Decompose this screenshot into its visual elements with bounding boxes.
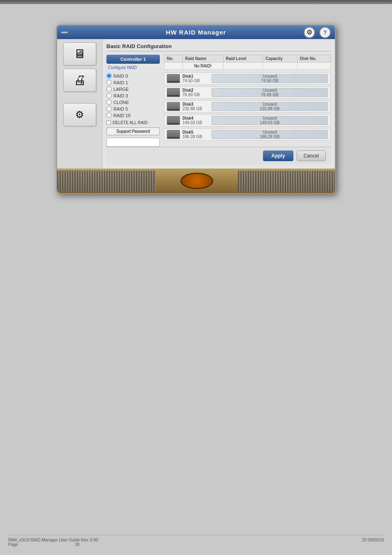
- left-config: Controller 1 Configure RAID RAID 0 RAID …: [106, 55, 160, 147]
- sidebar-icon-1[interactable]: 🖥: [63, 42, 96, 65]
- disk-3-name: Disk3: [182, 102, 209, 106]
- radio-raid10[interactable]: [106, 113, 112, 118]
- help-button[interactable]: ?: [319, 27, 331, 38]
- vent-left: [57, 171, 156, 191]
- disk-icon-2: [167, 88, 180, 97]
- disk-5-name: Disk5: [182, 130, 209, 134]
- footer-right: 20 09/03/19: [362, 538, 384, 547]
- disk-5-unused: 186.28 GB: [260, 134, 280, 139]
- disk-4-bar: Unused 149.03 GB: [212, 116, 328, 125]
- disk-4-status: Unused: [260, 116, 280, 120]
- disk-1-bar: Unused 74.50 GB: [212, 74, 328, 83]
- minimize-icon: [61, 32, 68, 33]
- dialog-footer: Apply Cancel: [106, 147, 331, 164]
- footer-line1: RM4_eSU3 RAID Manager User Guide Rev. 0.…: [8, 538, 98, 542]
- disk-5-bar: Unused 186.28 GB: [212, 130, 328, 139]
- radio-raid1[interactable]: [106, 80, 112, 85]
- disk-5-size: 186.28 GB: [182, 134, 209, 139]
- sidebar-icon-2[interactable]: 🖨: [63, 69, 96, 92]
- top-bar: [0, 0, 392, 4]
- controller-button[interactable]: Controller 1: [106, 55, 160, 64]
- disk-1-info: Disk1 74.50 GB: [182, 74, 209, 83]
- dialog-window: HW RAID Manager ⚙ ? Basic Mode Advanced …: [56, 25, 336, 194]
- raid-table: No. Raid Name Raid Level Capacity Disk N…: [164, 55, 331, 70]
- password-input[interactable]: [106, 138, 160, 147]
- col-no: No.: [164, 55, 183, 62]
- hdd-icon-1: 🖥: [74, 47, 86, 61]
- disk-2-size: 76.69 GB: [182, 92, 209, 97]
- page-footer: RM4_eSU3 RAID Manager User Guide Rev. 0.…: [8, 535, 384, 547]
- main-content: Basic Mode Advanced Mode 🖥 🖨 ⚙ Basic RAI…: [57, 39, 335, 169]
- disk-4-info: Disk4 149.03 GB: [182, 116, 209, 125]
- radio-raid5[interactable]: [106, 106, 112, 111]
- no-raid-diskno: [297, 62, 330, 70]
- disk-3-bar: Unused 232.88 GB: [212, 102, 328, 111]
- raid-option-clone[interactable]: CLONE: [106, 99, 160, 105]
- support-password-button[interactable]: Support Password: [106, 127, 160, 135]
- raid-option-large[interactable]: LARGE: [106, 86, 160, 92]
- disk-1-unused: 74.50 GB: [261, 79, 278, 83]
- footer-line2: Page 18: [8, 542, 98, 547]
- raid5-label: RAID 5: [113, 106, 128, 111]
- title-bar-controls: ⚙ ?: [302, 27, 331, 38]
- disk-3-size: 232.88 GB: [182, 106, 209, 111]
- radio-raid3[interactable]: [106, 93, 112, 98]
- vent-center: [180, 173, 213, 189]
- configure-raid-link[interactable]: Configure RAID: [108, 65, 160, 70]
- disk-2-unused: 76.69 GB: [261, 92, 278, 97]
- col-raid-level: Raid Level: [223, 55, 263, 62]
- disk-3-info: Disk3 232.88 GB: [182, 102, 209, 111]
- delete-all-checkbox[interactable]: [106, 120, 111, 125]
- disk-5-info: Disk5 186.28 GB: [182, 130, 209, 139]
- disk-item-5: Disk5 186.28 GB Unused 186.28 GB: [164, 128, 331, 141]
- disk-4-name: Disk4: [182, 116, 209, 120]
- raid-option-raid3[interactable]: RAID 3: [106, 93, 160, 98]
- footer-left: RM4_eSU3 RAID Manager User Guide Rev. 0.…: [8, 538, 98, 547]
- raid-option-raid5[interactable]: RAID 5: [106, 106, 160, 111]
- disk-4-unused: 149.03 GB: [260, 120, 280, 125]
- apply-button[interactable]: Apply: [263, 150, 293, 161]
- disk-2-info: Disk2 76.69 GB: [182, 88, 209, 97]
- radio-clone[interactable]: [106, 99, 112, 105]
- no-raid-level: [223, 62, 263, 70]
- disk-2-bar: Unused 76.69 GB: [212, 88, 328, 97]
- gear-icon-sidebar: ⚙: [75, 109, 84, 120]
- cancel-button[interactable]: Cancel: [297, 150, 326, 161]
- disk-icon-1: [167, 74, 180, 83]
- radio-raid0[interactable]: [106, 73, 112, 79]
- disk-icon-5: [167, 130, 180, 139]
- config-area: Controller 1 Configure RAID RAID 0 RAID …: [106, 55, 331, 147]
- col-capacity: Capacity: [263, 55, 297, 62]
- disk-icon-4: [167, 116, 180, 125]
- page-number: 18: [75, 542, 79, 547]
- disk-1-name: Disk1: [182, 74, 209, 79]
- vent-right: [238, 171, 336, 191]
- disk-2-status: Unused: [261, 88, 278, 92]
- raid-option-raid10[interactable]: RAID 10: [106, 113, 160, 118]
- gear-button[interactable]: ⚙: [304, 27, 315, 38]
- hdd-icon-2: 🖨: [74, 73, 86, 87]
- col-raid-name: Raid Name: [182, 55, 223, 62]
- sidebar-icon-3[interactable]: ⚙: [63, 103, 96, 126]
- left-sidebar: Basic Mode Advanced Mode 🖥 🖨 ⚙: [57, 39, 102, 169]
- disk-item-3: Disk3 232.88 GB Unused 232.88 GB: [164, 100, 331, 113]
- delete-all-label: DELETE ALL RAID: [113, 120, 148, 125]
- disk-list: Disk1 74.50 GB Unused 74.50 GB: [164, 72, 331, 141]
- disk-item-1: Disk1 74.50 GB Unused 74.50 GB: [164, 72, 331, 85]
- delete-all-area[interactable]: DELETE ALL RAID: [106, 120, 160, 125]
- disk-4-size: 149.03 GB: [182, 120, 209, 125]
- disk-icon-3: [167, 102, 180, 111]
- raid-option-raid0[interactable]: RAID 0: [106, 73, 160, 79]
- advanced-mode-label: Advanced Mode: [56, 94, 57, 136]
- raid-options-group: RAID 0 RAID 1 LARGE: [106, 73, 160, 118]
- disk-1-size: 74.50 GB: [182, 79, 209, 83]
- disk-3-status: Unused: [260, 102, 280, 106]
- raid-option-raid1[interactable]: RAID 1: [106, 80, 160, 85]
- radio-large[interactable]: [106, 86, 112, 92]
- disk-5-status: Unused: [260, 130, 280, 134]
- section-title: Basic RAID Configuration: [106, 43, 331, 51]
- right-config: No. Raid Name Raid Level Capacity Disk N…: [164, 55, 331, 147]
- bottom-decoration: [57, 169, 336, 193]
- dialog-title: HW RAID Manager: [166, 29, 226, 36]
- title-bar: HW RAID Manager ⚙ ?: [57, 25, 335, 39]
